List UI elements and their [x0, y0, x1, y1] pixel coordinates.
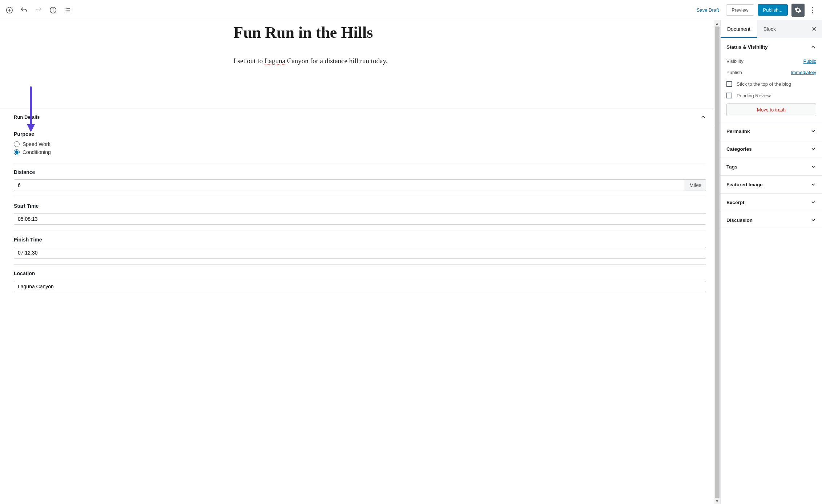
save-draft-button[interactable]: Save Draft: [693, 5, 722, 15]
radio-speed-work[interactable]: Speed Work: [14, 141, 706, 147]
more-menu-button[interactable]: [808, 4, 817, 17]
scroll-thumb[interactable]: [715, 27, 720, 498]
svg-point-13: [812, 9, 813, 11]
row-publish: Publish Immediately: [726, 67, 816, 78]
distance-unit: Miles: [685, 179, 706, 191]
meta-box-header[interactable]: Run Details: [0, 109, 714, 125]
visibility-link[interactable]: Public: [803, 58, 816, 64]
panel-header[interactable]: Featured Image: [721, 176, 822, 193]
post-body[interactable]: I set out to Laguna Canyon for a distanc…: [234, 56, 481, 66]
chevron-down-icon: [810, 182, 816, 187]
editor-topbar: Save Draft Preview Publish...: [0, 0, 822, 20]
settings-sidebar: Document Block ✕ Status & Visibility Vis…: [720, 20, 822, 504]
gear-icon: [794, 7, 802, 14]
field-purpose: Purpose Speed Work Conditioning: [14, 125, 706, 163]
scrollbar[interactable]: ▴ ▾: [714, 20, 720, 504]
scroll-down-icon[interactable]: ▾: [714, 498, 720, 504]
panel-featured-image: Featured Image: [721, 176, 822, 194]
undo-icon: [20, 6, 28, 14]
add-block-button[interactable]: [3, 4, 16, 17]
checkbox-icon: [726, 93, 732, 98]
chevron-up-icon: [810, 44, 816, 50]
field-finish-time: Finish Time: [14, 231, 706, 265]
field-label: Distance: [14, 169, 706, 175]
row-visibility: Visibility Public: [726, 56, 816, 67]
panel-discussion: Discussion: [721, 211, 822, 229]
content-info-button[interactable]: [47, 4, 60, 17]
field-label: Purpose: [14, 131, 706, 137]
kebab-icon: [812, 7, 813, 13]
panel-header[interactable]: Permalink: [721, 122, 822, 140]
panel-status-visibility: Status & Visibility Visibility Public Pu…: [721, 38, 822, 122]
panel-permalink: Permalink: [721, 122, 822, 140]
block-nav-button[interactable]: [61, 4, 74, 17]
publish-button[interactable]: Publish...: [758, 4, 788, 16]
start-time-input[interactable]: [14, 213, 706, 225]
panel-categories: Categories: [721, 140, 822, 158]
topbar-right: Save Draft Preview Publish...: [693, 4, 819, 17]
post-title[interactable]: Fun Run in the Hills: [234, 23, 481, 42]
redo-icon: [35, 6, 43, 14]
panel-header[interactable]: Excerpt: [721, 194, 822, 211]
move-to-trash-button[interactable]: Move to trash: [726, 103, 816, 116]
field-label: Location: [14, 271, 706, 276]
panel-tags: Tags: [721, 158, 822, 176]
settings-button[interactable]: [791, 4, 805, 17]
scroll-up-icon[interactable]: ▴: [714, 20, 720, 27]
radio-conditioning[interactable]: Conditioning: [14, 149, 706, 155]
chevron-down-icon: [810, 128, 816, 134]
redo-button[interactable]: [32, 4, 45, 17]
editor-canvas[interactable]: Fun Run in the Hills I set out to Laguna…: [0, 20, 714, 504]
svg-point-5: [53, 8, 53, 9]
tab-document[interactable]: Document: [721, 20, 757, 38]
radio-input-conditioning[interactable]: [14, 149, 20, 155]
field-label: Start Time: [14, 203, 706, 209]
panel-header[interactable]: Discussion: [721, 211, 822, 229]
chevron-down-icon: [810, 199, 816, 205]
meta-box-title: Run Details: [14, 114, 40, 120]
field-label: Finish Time: [14, 237, 706, 243]
location-input[interactable]: [14, 281, 706, 292]
checkbox-icon: [726, 81, 732, 87]
tab-block[interactable]: Block: [757, 20, 782, 38]
radio-input-speed[interactable]: [14, 141, 20, 147]
field-distance: Distance Miles: [14, 163, 706, 197]
field-location: Location: [14, 265, 706, 298]
undo-button[interactable]: [17, 4, 31, 17]
outline-icon: [64, 7, 71, 14]
info-icon: [49, 6, 57, 14]
plus-circle-icon: [5, 6, 13, 14]
publish-date-link[interactable]: Immediately: [791, 70, 816, 75]
sidebar-tabs: Document Block ✕: [721, 20, 822, 38]
checkbox-pending-review[interactable]: Pending Review: [726, 90, 816, 101]
distance-input[interactable]: [14, 179, 685, 191]
svg-point-12: [812, 7, 813, 8]
finish-time-input[interactable]: [14, 247, 706, 259]
spellcheck-word: Laguna: [265, 57, 285, 65]
panel-header[interactable]: Status & Visibility: [721, 38, 822, 56]
chevron-down-icon: [810, 217, 816, 223]
chevron-down-icon: [810, 164, 816, 170]
meta-box-run-details: Run Details Purpose Speed Work Condition…: [0, 109, 714, 298]
panel-header[interactable]: Tags: [721, 158, 822, 175]
topbar-left: [3, 4, 74, 17]
chevron-up-icon: [700, 114, 706, 120]
panel-excerpt: Excerpt: [721, 194, 822, 211]
field-start-time: Start Time: [14, 197, 706, 231]
chevron-down-icon: [810, 146, 816, 152]
close-sidebar-button[interactable]: ✕: [806, 21, 822, 37]
checkbox-stick-top[interactable]: Stick to the top of the blog: [726, 78, 816, 90]
panel-header[interactable]: Categories: [721, 140, 822, 158]
close-icon: ✕: [811, 25, 817, 33]
preview-button[interactable]: Preview: [726, 4, 754, 16]
svg-point-14: [812, 12, 813, 13]
